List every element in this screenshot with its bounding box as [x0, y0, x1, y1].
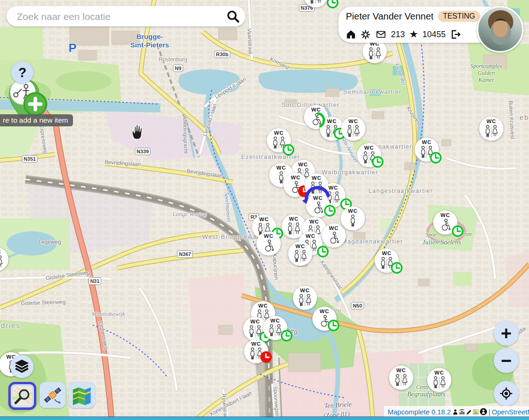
marker-label: WC	[328, 185, 338, 191]
folded-map-icon	[71, 384, 93, 406]
openstreetmap-link[interactable]: OpenStreetMap	[492, 408, 529, 416]
marker-label: WC	[0, 249, 1, 255]
marker-label: WC	[291, 175, 300, 181]
map-marker-toilet-single[interactable]: WC	[341, 206, 365, 230]
marker-label: WC	[309, 219, 319, 225]
changes-count[interactable]: 10455	[423, 30, 446, 39]
marker-label: WC	[264, 234, 273, 239]
map-marker-toilet-mf[interactable]: WC	[288, 242, 312, 266]
marker-label: WC	[270, 318, 280, 324]
toilet-pictogram-wheel	[324, 231, 343, 245]
background-layer-picker	[8, 382, 95, 410]
toilet-pictogram-mf	[247, 347, 265, 361]
marker-label: WC	[259, 217, 269, 223]
map-marker-toilet-mf[interactable]: WC	[375, 249, 399, 273]
layers-button[interactable]	[10, 355, 33, 378]
marker-label: WC	[382, 251, 391, 256]
toilet-pictogram-mf	[430, 376, 449, 389]
star-icon: ★	[409, 29, 418, 39]
toilet-pictogram-mf	[392, 374, 410, 387]
map-marker-toilet-mf[interactable]: WC	[341, 117, 365, 141]
search-icon[interactable]	[226, 9, 240, 23]
background-option-satellite[interactable]	[40, 382, 66, 408]
map-marker-toilet-mf[interactable]: WC	[293, 286, 317, 310]
map-marker-toilet-mf[interactable]: WC	[244, 339, 268, 363]
map-marker-toilet-mf[interactable]: WC	[427, 368, 451, 392]
messages-icon[interactable]	[375, 29, 387, 39]
search-input[interactable]	[16, 6, 222, 27]
marker-label: WC	[348, 209, 357, 214]
marker-label: WC	[319, 309, 329, 315]
attribution-separator: |	[489, 408, 490, 416]
geolocate-button[interactable]	[494, 381, 519, 406]
user-panel[interactable]: Pieter Vander Vennet TESTING 213 ★ 10455	[338, 7, 501, 43]
zoom-out-button[interactable]: −	[494, 348, 519, 373]
hand-cursor-icon	[130, 124, 144, 140]
satellite-icon	[41, 384, 64, 406]
toilet-pictogram-mf	[291, 249, 310, 263]
marker-label: WC	[258, 303, 268, 309]
toilet-pictogram-single	[344, 214, 362, 228]
marker-label: WC	[295, 244, 305, 249]
map-marker-toilet-mf[interactable]: WC	[320, 117, 344, 141]
toilet-pictogram-wheel	[309, 201, 327, 215]
messages-count[interactable]: 213	[391, 30, 405, 39]
marker-label: WC	[289, 217, 298, 222]
map-marker-toilet-wheel[interactable]: WC	[433, 210, 457, 235]
mapcomplete-app: Brugge- Sint-PietersRustenburgSint-Gilli…	[0, 0, 529, 420]
marker-label: WC	[486, 119, 496, 125]
search-bar[interactable]	[7, 6, 245, 26]
marker-label: WC	[276, 165, 286, 171]
mapcomplete-version-link[interactable]: Mapcomplete 0.18.2	[388, 408, 451, 416]
toilet-pictogram-mf	[365, 47, 384, 60]
toilet-pictogram-mf	[482, 125, 501, 138]
marker-label: WC	[422, 140, 431, 145]
map-marker-toilet-mf[interactable]: WC	[479, 117, 503, 141]
crosshair-icon	[497, 385, 515, 402]
attribution-bar: Mapcomplete 0.18.2	[384, 406, 529, 417]
toilet-pictogram-mf	[266, 324, 284, 337]
toilet-pictogram-wheel	[315, 315, 334, 328]
osm-carto-icon	[12, 385, 33, 407]
toilet-pictogram-mf	[377, 256, 396, 270]
theme-map-icon	[473, 408, 479, 415]
contributor-icon	[452, 408, 458, 415]
toilet-pictogram-mf	[360, 151, 378, 164]
user-name: Pieter Vander Vennet	[346, 11, 434, 22]
map-marker-toilet-mf[interactable]: WC	[389, 366, 413, 390]
marker-label: WC	[250, 319, 260, 325]
marker-label: WC	[440, 213, 450, 218]
marker-label: WC	[329, 226, 338, 231]
map-marker-toilet-wheel[interactable]: WC	[257, 231, 281, 256]
toilet-pictogram-wheel	[286, 181, 305, 194]
background-option-map[interactable]	[69, 382, 95, 408]
user-avatar[interactable]	[477, 6, 523, 52]
marker-label: WC	[251, 341, 261, 347]
toilet-pictogram-mf	[270, 136, 288, 150]
map-marker-toilet-wheel[interactable]: WC	[312, 307, 337, 331]
marker-label: WC	[348, 119, 358, 125]
gear-icon[interactable]	[360, 29, 371, 40]
marker-label: WC	[434, 370, 444, 376]
marker-label: WC	[313, 196, 323, 201]
add-item-tooltip: re to add a new item	[0, 114, 73, 126]
map-marker-toilet-wheel[interactable]: WC	[322, 223, 346, 248]
toilet-pictogram-mf	[246, 325, 264, 338]
background-option-osm-selected[interactable]	[8, 382, 36, 410]
map-marker-toilet-wheel[interactable]: WC	[306, 193, 330, 217]
help-button[interactable]: ?	[11, 61, 33, 84]
toilet-pictogram-mf	[417, 145, 436, 159]
marker-label: WC	[311, 107, 321, 113]
toilet-pictogram-mf	[323, 125, 341, 138]
statistics-icon	[459, 408, 465, 415]
logout-icon[interactable]	[450, 29, 461, 40]
map-marker-toilet-mf[interactable]: WC	[267, 128, 291, 152]
testing-badge: TESTING	[438, 11, 480, 22]
toilet-pictogram-wheel	[259, 239, 278, 253]
zoom-in-button[interactable]: +	[494, 321, 519, 346]
map-marker-toilet-mf[interactable]: WC	[263, 316, 287, 340]
map-marker-toilet-mf[interactable]: WC	[357, 143, 381, 167]
map-marker-toilet-mf[interactable]: WC	[415, 138, 439, 162]
attribution-icons[interactable]	[452, 408, 487, 415]
home-icon[interactable]	[346, 29, 356, 39]
